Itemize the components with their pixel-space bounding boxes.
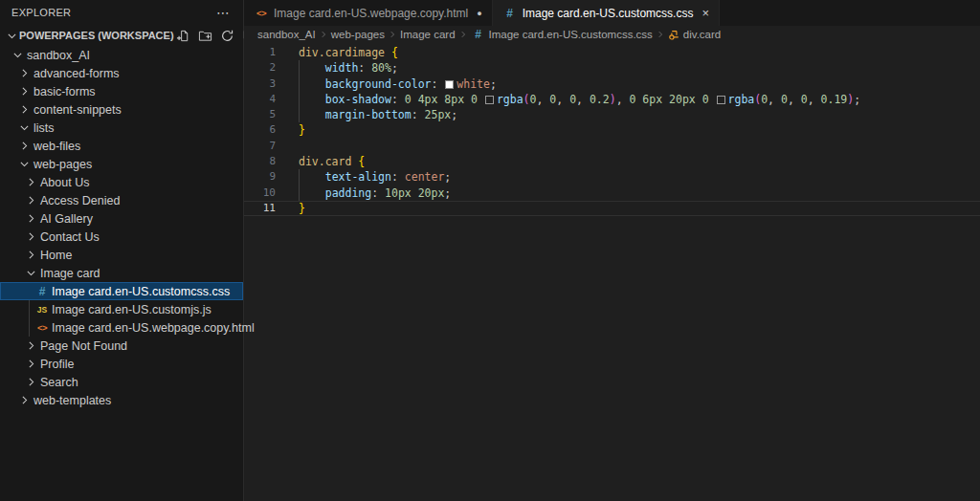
tree-item-label: Image card.en-US.webpage.copy.html [52,321,255,335]
workspace-section-label: POWERPAGES (WORKSPACE) [19,30,174,41]
code-line-text: padding: 10px 20px; [276,185,451,201]
code-line-6[interactable]: 6} [244,122,980,138]
code-line-text: } [276,122,305,138]
tree-folder-sandbox-ai[interactable]: sandbox_AI [0,46,243,64]
tree-folder-contact-us[interactable]: Contact Us [0,228,243,246]
tree-item-label: sandbox_AI [27,49,90,62]
tree-file-image-card-en-us-webpage-copy-html[interactable]: <>Image card.en-US.webpage.copy.html [0,318,243,337]
tree-folder-about-us[interactable]: About Us [0,173,243,191]
tree-item-label: Home [40,249,72,262]
chevron-right-icon [16,66,32,81]
chevron-down-icon [23,266,38,281]
line-number: 4 [244,92,276,107]
tree-folder-web-pages[interactable]: web-pages [0,155,243,173]
chevron-right-icon [23,193,38,208]
tab-image-card-en-us-customcss-css[interactable]: #Image card.en-US.customcss.css× [493,0,720,26]
tab-image-card-en-us-webpage-copy-html[interactable]: <>Image card.en-US.webpage.copy.html● [244,0,493,26]
line-number: 3 [244,76,276,92]
tree-folder-web-templates[interactable]: web-templates [0,391,243,409]
breadcrumb-separator-icon [458,30,468,39]
breadcrumb-item-web-pages[interactable]: web-pages [331,29,385,40]
code-line-3[interactable]: 3 background-color: white; [244,76,980,92]
tree-folder-ai-gallery[interactable]: AI Gallery [0,209,243,228]
new-folder-icon[interactable] [196,27,214,45]
breadcrumb-item-image-card-en-us-customcss-css[interactable]: #Image card.en-US.customcss.css [471,28,653,41]
tree-folder-image-card[interactable]: Image card [0,264,243,282]
tree-item-label: AI Gallery [40,212,93,226]
breadcrumb-item-sandbox-ai[interactable]: sandbox_AI [257,29,316,40]
code-line-9[interactable]: 9 text-align: center; [244,169,980,185]
breadcrumb-label: Image card.en-US.customcss.css [489,29,653,40]
code-line-text: box-shadow: 0 4px 8px 0 rgba(0, 0, 0, 0.… [276,92,860,107]
tree-item-label: basic-forms [33,85,96,98]
color-swatch-white-icon [445,80,454,89]
css-file-icon: # [471,28,486,41]
close-icon[interactable]: × [702,6,709,20]
tree-folder-basic-forms[interactable]: basic-forms [0,82,243,100]
code-line-8[interactable]: 8div.card { [244,154,980,169]
breadcrumb-label: sandbox_AI [257,29,316,40]
tree-folder-search[interactable]: Search [0,373,243,391]
indent-guide [299,60,300,122]
tab-label: Image card.en-US.customcss.css [523,7,694,20]
new-file-icon[interactable] [174,27,192,45]
breadcrumb-separator-icon [319,30,328,39]
tree-folder-web-files[interactable]: web-files [0,137,243,155]
js-file-icon: JS [34,305,50,315]
tree-item-label: web-files [33,140,80,153]
tree-item-label: About Us [40,176,89,189]
code-line-10[interactable]: 10 padding: 10px 20px; [244,185,980,201]
line-number: 2 [244,60,276,76]
line-number: 5 [244,107,276,122]
line-number: 1 [244,45,276,60]
chevron-right-icon [23,211,38,227]
tree-folder-access-denied[interactable]: Access Denied [0,191,243,209]
color-swatch-rgba-icon [485,96,494,104]
chevron-down-icon [10,48,25,63]
tree-folder-advanced-forms[interactable]: advanced-forms [0,64,243,82]
code-editor[interactable]: 1div.cardimage {2 width: 80%;3 backgroun… [244,43,980,501]
chevron-down-icon [4,28,19,43]
breadcrumb-label: Image card [400,29,456,40]
code-line-1[interactable]: 1div.cardimage { [244,45,980,60]
chevron-right-icon [23,248,38,263]
tree-folder-content-snippets[interactable]: content-snippets [0,100,243,119]
more-actions-icon[interactable]: ⋯ [216,5,230,20]
line-number: 7 [244,139,276,154]
code-line-5[interactable]: 5 margin-bottom: 25px; [244,107,980,122]
code-line-7[interactable]: 7 [244,139,980,154]
code-line-11[interactable]: 11} [244,201,980,216]
css-file-icon: # [34,285,50,298]
tree-folder-lists[interactable]: lists [0,119,243,137]
modified-dot-icon: ● [477,9,481,18]
tree-file-image-card-en-us-customjs-js[interactable]: JSImage card.en-US.customjs.js [0,300,243,318]
tree-item-label: web-pages [33,158,92,171]
chevron-right-icon [16,393,32,408]
tab-bar: <>Image card.en-US.webpage.copy.html●#Im… [244,0,980,26]
css-file-icon: # [502,7,518,20]
tree-folder-profile[interactable]: Profile [0,355,243,373]
color-swatch-rgba-icon [717,96,725,104]
vscode-window: EXPLORER ⋯ POWERPAGES (WORKSPACE) sandbo… [0,0,980,501]
code-line-text: text-align: center; [276,169,451,185]
workspace-section-header[interactable]: POWERPAGES (WORKSPACE) [0,25,243,46]
code-line-2[interactable]: 2 width: 80%; [244,60,980,76]
code-line-text: margin-bottom: 25px; [276,107,457,122]
breadcrumb-item-div-card[interactable]: div.card [668,29,721,41]
code-line-4[interactable]: 4 box-shadow: 0 4px 8px 0 rgba(0, 0, 0, … [244,92,980,107]
tree-item-label: web-templates [33,394,111,407]
breadcrumb-item-image-card[interactable]: Image card [400,29,456,40]
breadcrumb-label: web-pages [331,29,385,40]
tree-item-label: Access Denied [40,194,120,207]
chevron-right-icon [23,375,38,390]
code-line-text: width: 80%; [276,60,398,76]
tree-folder-home[interactable]: Home [0,246,243,264]
refresh-icon[interactable] [218,27,236,45]
tab-label: Image card.en-US.webpage.copy.html [274,7,468,20]
tree-file-image-card-en-us-customcss-css[interactable]: #Image card.en-US.customcss.css [0,282,243,300]
line-number: 10 [244,185,276,201]
file-tree: sandbox_AIadvanced-formsbasic-formsconte… [0,46,243,409]
tree-folder-page-not-found[interactable]: Page Not Found [0,337,243,355]
tree-item-label: content-snippets [33,103,122,117]
tree-item-label: Contact Us [40,230,100,244]
